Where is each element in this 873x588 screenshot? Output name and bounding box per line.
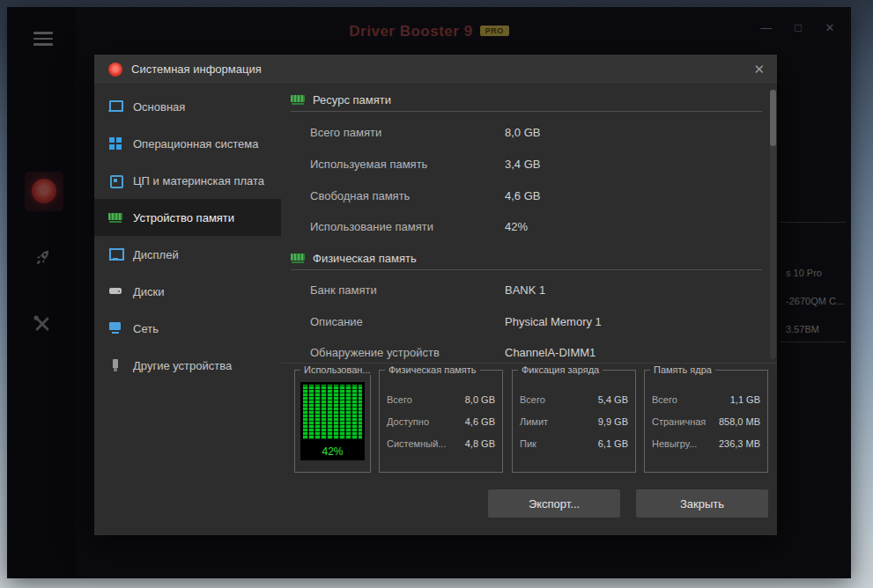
info-label: Всего памяти xyxy=(310,126,381,139)
stat-row: Системный... 4,8 GB xyxy=(387,438,495,451)
info-value: 4,6 GB xyxy=(505,189,540,202)
stat-row: Невыгру... 236,3 MB xyxy=(652,438,760,451)
dialog-title: Системная информация xyxy=(131,55,262,85)
stat-row: Лимит 9,9 GB xyxy=(520,416,628,429)
nav-item-other-devices[interactable]: Другие устройства xyxy=(94,347,281,384)
stat-row: Доступно 4,6 GB xyxy=(387,416,495,429)
info-label: Банк памяти xyxy=(310,283,377,297)
nav-label: Основная xyxy=(133,100,185,114)
memory-usage-graph: 42% xyxy=(300,382,365,460)
section-title: Физическая память xyxy=(313,252,417,265)
usb-icon xyxy=(108,358,122,372)
stats-divider xyxy=(281,363,777,364)
info-label: Свободная память xyxy=(310,189,410,202)
close-button[interactable]: Закрыть xyxy=(636,489,768,518)
dialog-close-button[interactable]: ✕ xyxy=(753,55,765,85)
cpu-icon xyxy=(108,173,122,187)
info-row: Обнаружение устройств ChannelA-DIMM1 xyxy=(310,346,751,360)
info-row: Свободная память 4,6 GB xyxy=(310,189,751,203)
nav-item-network[interactable]: Сеть xyxy=(94,310,281,347)
info-value: ChannelA-DIMM1 xyxy=(505,346,596,359)
section-divider xyxy=(291,111,762,112)
nav-item-memory-device[interactable]: Устройство памяти xyxy=(94,199,281,236)
nav-label: Сеть xyxy=(133,322,159,335)
info-label: Используемая память xyxy=(310,158,427,171)
nav-label: Диски xyxy=(133,285,165,298)
info-label: Описание xyxy=(310,315,363,328)
info-value: 42% xyxy=(505,220,528,233)
info-value: BANK 1 xyxy=(505,283,545,297)
stat-row: Всего 8,0 GB xyxy=(387,394,495,407)
nav-item-os[interactable]: Операционная система xyxy=(94,125,281,162)
disk-icon xyxy=(108,284,122,298)
nav-label: Дисплей xyxy=(133,248,179,261)
info-row: Использование памяти 42% xyxy=(310,220,751,234)
nav-label: Другие устройства xyxy=(133,359,232,372)
network-icon xyxy=(108,321,122,335)
ram-icon xyxy=(291,251,305,265)
laptop-icon xyxy=(108,99,122,114)
dialog-nav: Основная Операционная система ЦП и матер… xyxy=(94,85,281,535)
section-header-physical-memory: Физическая память xyxy=(291,250,417,266)
info-value: Physical Memory 1 xyxy=(505,315,602,328)
dialog-content: Ресурс памяти Всего памяти 8,0 GB Исполь… xyxy=(281,85,777,535)
info-row: Всего памяти 8,0 GB xyxy=(310,126,751,140)
info-label: Использование памяти xyxy=(310,220,433,233)
driver-booster-logo-icon xyxy=(108,62,122,77)
stats-group-usage: Использован... 42% xyxy=(294,370,371,473)
info-row: Используемая память 3,4 GB xyxy=(310,158,751,172)
info-label: Обнаружение устройств xyxy=(310,346,440,359)
stats-group-physical-memory: Физическая память Всего 8,0 GB Доступно … xyxy=(379,370,503,473)
nav-label: ЦП и материнская плата xyxy=(133,174,264,187)
system-info-dialog: Системная информация ✕ Основная Операцио… xyxy=(94,55,777,535)
graph-percent-label: 42% xyxy=(300,445,365,458)
stat-row: Пик 6,1 GB xyxy=(520,438,628,451)
graph-bars xyxy=(303,385,362,439)
stat-row: Всего 1,1 GB xyxy=(652,394,760,407)
nav-label: Устройство памяти xyxy=(133,211,234,224)
info-row: Описание Physical Memory 1 xyxy=(310,315,751,329)
dialog-header: Системная информация ✕ xyxy=(94,55,777,85)
stat-row: Всего 5,4 GB xyxy=(520,394,628,407)
group-legend: Физическая память xyxy=(385,364,480,375)
monitor-icon xyxy=(108,247,122,261)
section-header-memory-resource: Ресурс памяти xyxy=(291,92,391,107)
section-title: Ресурс памяти xyxy=(313,93,391,107)
scrollbar-thumb[interactable] xyxy=(770,90,776,146)
info-value: 3,4 GB xyxy=(505,158,540,171)
nav-item-display[interactable]: Дисплей xyxy=(94,236,281,273)
group-legend: Использован... xyxy=(300,364,374,375)
stats-group-kernel-memory: Память ядра Всего 1,1 GB Страничная 858,… xyxy=(644,370,768,473)
info-value: 8,0 GB xyxy=(505,126,540,139)
nav-item-cpu-motherboard[interactable]: ЦП и материнская плата xyxy=(94,162,281,199)
group-legend: Память ядра xyxy=(650,364,715,375)
ram-icon xyxy=(291,92,305,107)
nav-item-basic[interactable]: Основная xyxy=(94,88,281,125)
desktop: Driver Booster 9PRO — □ ✕ s 10 Pro -2670… xyxy=(0,0,873,588)
section-divider xyxy=(291,269,762,270)
info-row: Банк памяти BANK 1 xyxy=(310,283,751,298)
stats-group-commit-charge: Фиксация заряда Всего 5,4 GB Лимит 9,9 G… xyxy=(512,370,636,473)
group-legend: Фиксация заряда xyxy=(518,364,603,375)
windows-icon xyxy=(108,136,122,151)
ram-icon xyxy=(108,210,122,224)
stat-row: Страничная 858,0 MB xyxy=(652,416,760,429)
export-button[interactable]: Экспорт... xyxy=(488,489,620,518)
nav-label: Операционная система xyxy=(133,137,259,151)
nav-item-disks[interactable]: Диски xyxy=(94,273,281,310)
